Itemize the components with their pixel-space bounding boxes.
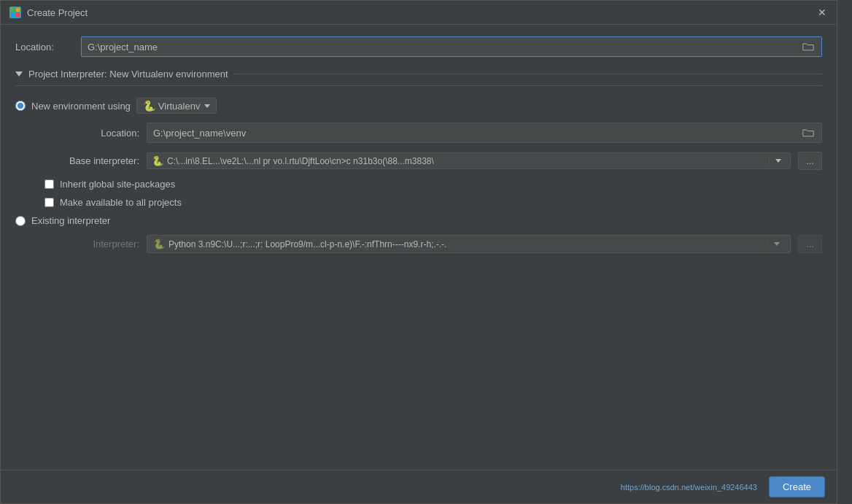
- venv-location-label: Location:: [44, 128, 139, 139]
- location-row: Location:: [15, 36, 822, 57]
- close-button[interactable]: ✕: [816, 7, 828, 18]
- existing-interp-settings: Interpreter: 🐍 Python 3.n9C:\U...;r:...;…: [44, 235, 822, 253]
- available-checkbox-row: Make available to all projects: [44, 197, 822, 208]
- title-left: Create Project: [9, 7, 88, 18]
- dialog-title: Create Project: [27, 7, 88, 18]
- virtualenv-python-icon: 🐍: [143, 100, 155, 112]
- new-env-label: New environment using: [31, 101, 131, 112]
- create-project-dialog: Create Project ✕ Location: Project Inter…: [0, 0, 837, 504]
- venv-location-input[interactable]: [153, 128, 801, 139]
- existing-env-label: Existing interpreter: [31, 215, 110, 226]
- virtualenv-dropdown[interactable]: 🐍 Virtualenv: [136, 98, 217, 114]
- interpreter-text: Python 3.n9C:\U...;r:...;r: LoopPro9/m..…: [169, 239, 767, 249]
- virtualenv-text: Virtualenv: [158, 101, 201, 112]
- venv-browse-button[interactable]: [801, 126, 816, 139]
- existing-env-radio[interactable]: [15, 216, 26, 226]
- venv-folder-icon: [802, 128, 814, 138]
- virtualenv-dropdown-arrow-icon: [204, 104, 210, 108]
- location-browse-button[interactable]: [801, 40, 816, 53]
- location-label: Location:: [15, 42, 74, 53]
- base-interpreter-browse-button[interactable]: Create ...: [798, 152, 822, 170]
- inherit-checkbox[interactable]: [44, 179, 54, 189]
- new-env-radio[interactable]: [15, 101, 26, 111]
- svg-rect-3: [16, 13, 20, 17]
- base-interp-arrow-icon: [775, 159, 781, 163]
- existing-interp-section: Existing interpreter Interpreter: 🐍 Pyth…: [15, 215, 822, 253]
- url-text: https://blog.csdn.net/weixin_49246443: [12, 483, 757, 492]
- new-env-settings: Location: Base interpreter: 🐍 C:\...in\8…: [44, 123, 822, 208]
- base-interpreter-dropdown-button[interactable]: [769, 158, 786, 164]
- interp-python-icon: 🐍: [153, 239, 165, 249]
- base-interpreter-input-wrapper: 🐍 C:\...in\8.EL...\ve2L:\...nl pr vo.l.r…: [147, 152, 791, 169]
- interpreter-label: Interpreter:: [44, 239, 139, 249]
- existing-env-radio-row: Existing interpreter: [15, 215, 822, 226]
- location-input-wrapper: [81, 36, 822, 57]
- interpreter-row: Interpreter: 🐍 Python 3.n9C:\U...;r:...;…: [44, 235, 822, 253]
- app-icon: [9, 7, 21, 18]
- base-interpreter-label: Base interpreter:: [44, 155, 139, 166]
- base-interpreter-text: C:\...in\8.EL...\ve2L:\...nl pr vo.l.rtu…: [167, 156, 769, 166]
- location-input[interactable]: [88, 42, 801, 53]
- available-label: Make available to all projects: [60, 197, 182, 208]
- interpreter-input-wrapper: 🐍 Python 3.n9C:\U...;r:...;r: LoopPro9/m…: [147, 235, 791, 253]
- interpreter-dropdown-button[interactable]: [767, 241, 784, 247]
- bottom-bar: https://blog.csdn.net/weixin_49246443 Cr…: [1, 470, 837, 503]
- interpreter-browse-button[interactable]: ...: [798, 235, 822, 253]
- inherit-checkbox-row: Inherit global site-packages: [44, 179, 822, 190]
- inherit-label: Inherit global site-packages: [60, 179, 175, 190]
- interpreter-section-header: Project Interpreter: New Virtualenv envi…: [15, 69, 822, 86]
- base-interpreter-row: Base interpreter: 🐍 C:\...in\8.EL...\ve2…: [44, 152, 822, 170]
- create-button[interactable]: Create: [769, 476, 825, 497]
- svg-rect-2: [11, 13, 15, 17]
- svg-rect-0: [11, 8, 15, 12]
- folder-icon: [802, 42, 814, 52]
- new-env-radio-row: New environment using 🐍 Virtualenv: [15, 98, 822, 114]
- dialog-content: Location: Project Interpreter: New Virtu…: [1, 25, 837, 274]
- svg-rect-1: [16, 8, 20, 12]
- collapse-triangle-icon[interactable]: [15, 71, 23, 77]
- interp-arrow-icon: [774, 242, 780, 246]
- titlebar: Create Project ✕: [1, 1, 837, 25]
- separator: [234, 74, 822, 74]
- venv-location-input-wrapper: [147, 123, 822, 143]
- venv-location-row: Location:: [44, 123, 822, 143]
- base-interp-python-icon: 🐍: [152, 155, 163, 166]
- available-checkbox[interactable]: [44, 198, 54, 207]
- interpreter-section-title: Project Interpreter: New Virtualenv envi…: [28, 69, 228, 80]
